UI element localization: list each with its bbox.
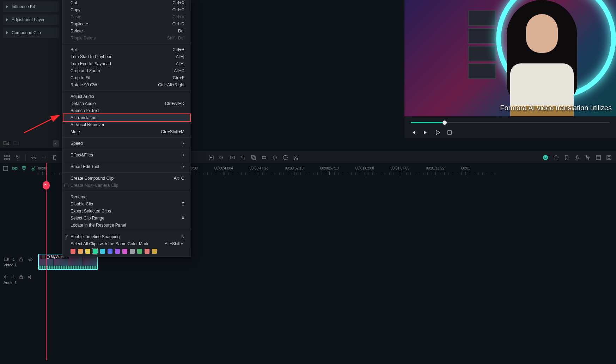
color-chip[interactable]	[85, 249, 90, 254]
bracket-icon[interactable]	[208, 155, 214, 160]
seek-handle[interactable]	[443, 121, 447, 125]
color-chip[interactable]	[115, 249, 120, 254]
cut-icon[interactable]	[293, 155, 299, 160]
cursor-icon[interactable]	[15, 155, 20, 160]
seek-progress	[411, 122, 443, 123]
layout-icon[interactable]	[596, 155, 601, 160]
color-chip[interactable]	[152, 249, 157, 254]
menu-trim-end-to-playhead[interactable]: Trim End to PlayheadAlt+]	[63, 60, 191, 67]
eye-icon[interactable]	[28, 257, 33, 262]
menu-rename[interactable]: Rename	[63, 193, 191, 200]
video-track-icon	[4, 257, 9, 262]
svg-rect-2	[5, 155, 6, 157]
preview-seekbar[interactable]	[411, 122, 610, 123]
color-chip[interactable]	[93, 249, 98, 254]
group-icon[interactable]	[251, 155, 256, 160]
timeline-track-tools	[3, 166, 36, 171]
svg-point-16	[297, 158, 298, 160]
audio-track-header: 1 Audio 1	[0, 273, 38, 286]
svg-rect-30	[4, 258, 7, 261]
grid-icon[interactable]	[4, 155, 10, 160]
ai-icon[interactable]	[543, 155, 548, 160]
color-chip[interactable]	[71, 249, 75, 254]
stop-button[interactable]	[447, 130, 452, 135]
sidebar-item-compound-clip[interactable]: Compound Clip	[3, 27, 59, 38]
mixer-icon[interactable]	[585, 155, 591, 160]
menu-smart-edit-tool[interactable]: Smart Edit Tool	[63, 163, 191, 170]
expand-icon[interactable]	[606, 155, 612, 160]
svg-point-6	[210, 157, 211, 158]
folder-icon[interactable]	[13, 140, 19, 146]
menu-trim-start-to-playhead[interactable]: Trim Start to PlayheadAlt+[	[63, 53, 191, 60]
color-chip[interactable]	[130, 249, 135, 254]
magnet-tool-icon[interactable]	[21, 166, 27, 171]
menu-rotate-90-cw[interactable]: Rotate 90 CWCtrl+Alt+Right	[63, 81, 191, 88]
menu-cut[interactable]: CutCtrl+X	[63, 0, 191, 6]
color-icon[interactable]	[282, 155, 288, 160]
sidebar-collapse-button[interactable]: ‹	[53, 140, 59, 147]
menu-crop-to-fit[interactable]: Crop to FitCtrl+F	[63, 74, 191, 81]
play-button[interactable]	[435, 130, 440, 135]
square-tool-icon[interactable]	[3, 166, 8, 171]
menu-adjust-audio[interactable]: Adjust Audio	[63, 93, 191, 100]
svg-point-17	[543, 155, 548, 160]
delete-icon[interactable]	[52, 155, 57, 160]
menu-split[interactable]: SplitCtrl+B	[63, 46, 191, 53]
sidebar-item-influence-kit[interactable]: Influence Kit	[3, 1, 59, 12]
prev-frame-button[interactable]	[411, 130, 416, 135]
preview-controls	[404, 116, 616, 138]
menu-crop-and-zoom[interactable]: Crop and ZoomAlt+C	[63, 67, 191, 74]
menu-speed[interactable]: Speed	[63, 140, 191, 147]
lock-icon[interactable]	[18, 257, 24, 262]
speed-icon[interactable]	[230, 155, 235, 160]
undo-icon[interactable]	[31, 155, 36, 160]
snap-tool-icon[interactable]	[30, 166, 36, 171]
preview-panel: Formora AI video translation utilizes	[404, 0, 616, 116]
track-index: 1	[13, 257, 15, 261]
marker-icon[interactable]	[564, 155, 569, 160]
effects-icon[interactable]	[272, 155, 277, 160]
menu-create-compound-clip[interactable]: Create Compound ClipAlt+G	[63, 175, 191, 182]
color-chip[interactable]	[145, 249, 150, 254]
menu-select-all-clips-with-the-same-color-mark[interactable]: Select All Clips with the Same Color Mar…	[63, 240, 191, 247]
menu-ai-translation[interactable]: AI Translation	[63, 113, 191, 122]
color-chip[interactable]	[78, 249, 83, 254]
menu-mute[interactable]: MuteCtrl+Shift+M	[63, 128, 191, 135]
next-frame-button[interactable]	[423, 130, 428, 135]
color-chip[interactable]	[137, 249, 142, 254]
menu-select-clip-range[interactable]: Select Clip RangeX	[63, 215, 191, 222]
render-icon[interactable]	[553, 155, 559, 160]
playhead[interactable]	[46, 163, 47, 360]
audio-tool-icon[interactable]	[219, 155, 225, 160]
menu-copy[interactable]: CopyCtrl+C	[63, 6, 191, 13]
context-menu: CutCtrl+XCopyCtrl+CPasteCtrl+VDuplicateC…	[62, 0, 191, 257]
menu-speech-to-text[interactable]: Speech-to-Text	[63, 107, 191, 114]
menu-enable-timeline-snapping[interactable]: ✓Enable Timeline SnappingN	[63, 233, 191, 240]
playhead-handle[interactable]	[43, 181, 50, 190]
menu-delete[interactable]: DeleteDel	[63, 27, 191, 35]
lock-icon[interactable]	[18, 274, 24, 280]
menu-disable-clip[interactable]: Disable ClipE	[63, 200, 191, 208]
menu-duplicate[interactable]: DuplicateCtrl+D	[63, 20, 191, 27]
mic-icon[interactable]	[574, 155, 580, 160]
color-chip[interactable]	[100, 249, 105, 254]
svg-point-15	[294, 158, 295, 160]
color-chip[interactable]	[108, 249, 112, 254]
clip-waveform	[39, 266, 97, 270]
redo-icon[interactable]	[41, 155, 47, 160]
color-chip[interactable]	[122, 249, 127, 254]
menu-export-selected-clips[interactable]: Export Selected Clips	[63, 208, 191, 215]
link-tool-icon[interactable]	[12, 166, 18, 171]
menu-effect-filter[interactable]: Effect&Filter	[63, 152, 191, 159]
menu-locate-in-the-resource-panel[interactable]: Locate in the Resource Panel	[63, 222, 191, 229]
sidebar-item-adjustment-layer[interactable]: Adjustment Layer	[3, 14, 59, 25]
menu-ai-vocal-remover[interactable]: AI Vocal Remover	[63, 121, 191, 128]
menu-ripple-delete: Ripple DeleteShift+Del	[63, 35, 191, 42]
link-icon[interactable]	[240, 155, 246, 160]
menu-detach-audio[interactable]: Detach AudioCtrl+Alt+D	[63, 100, 191, 107]
svg-rect-22	[586, 155, 587, 157]
crop-icon[interactable]	[261, 155, 267, 160]
sidebar-item-label: Influence Kit	[12, 4, 35, 9]
new-folder-icon[interactable]	[4, 140, 9, 146]
speaker-icon[interactable]	[28, 274, 33, 280]
